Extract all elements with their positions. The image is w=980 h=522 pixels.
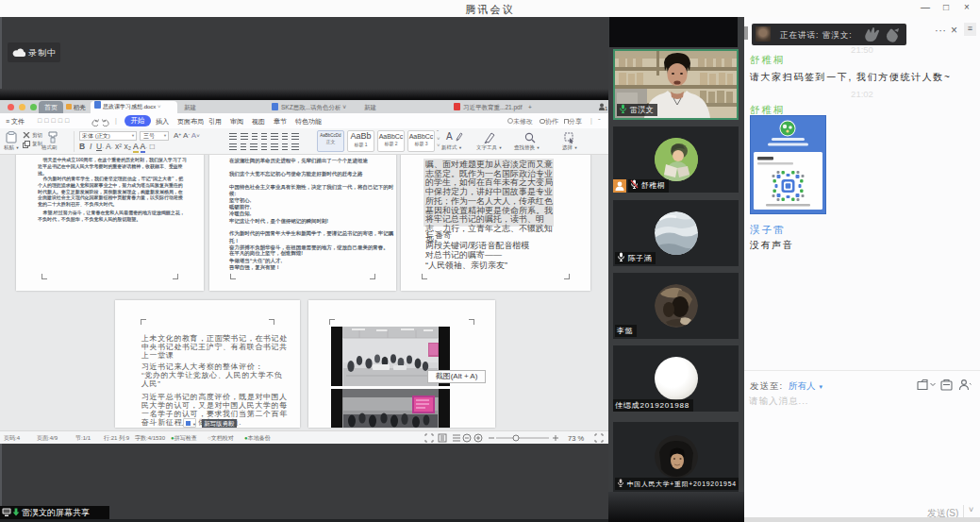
svg-text:1: 1 [605, 106, 607, 111]
svg-text:73 %: 73 % [568, 434, 584, 443]
